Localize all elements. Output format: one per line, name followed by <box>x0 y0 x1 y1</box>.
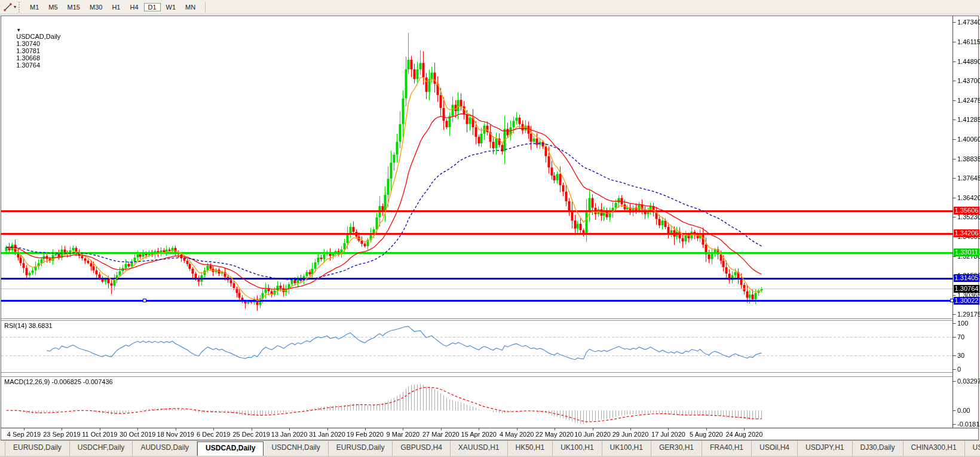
rsi-axis-label: 100 <box>957 320 968 327</box>
timeframe-button-h4[interactable]: H4 <box>125 3 142 11</box>
tab-xauusd-h1[interactable]: XAUUSD,H1 <box>451 441 508 456</box>
rsi-axis-label: 0 <box>957 366 961 373</box>
date-axis-label: 22 May 2020 <box>535 431 574 438</box>
timeframe-button-m30[interactable]: M30 <box>85 3 106 11</box>
date-axis-label: 31 Jan 2020 <box>309 431 345 438</box>
timeframe-button-m15[interactable]: M15 <box>63 3 84 11</box>
date-axis-label: 27 Mar 2020 <box>422 431 460 438</box>
timeframe-buttons: M1M5M15M30H1H4D1W1MN <box>25 1 200 13</box>
rsi-axis-label: 70 <box>957 333 964 341</box>
tab-ger30-h1[interactable]: GER30,H1 <box>651 441 702 456</box>
tab-uk100-h1[interactable]: UK100,H1 <box>602 441 651 456</box>
ohlc-open: 1.30740 <box>16 40 40 47</box>
date-axis-label: 5 Aug 2020 <box>690 431 723 438</box>
ohlc-close: 1.30764 <box>16 62 40 69</box>
timeframe-button-w1[interactable]: W1 <box>162 3 180 11</box>
pivot-line-badge: 1.33011 <box>954 249 979 256</box>
trendline-tool-icon[interactable] <box>2 2 14 13</box>
date-axis-label: 19 Feb 2020 <box>347 431 384 438</box>
price-axis-label: 1.37645 <box>957 174 980 182</box>
tab-eurusd-daily[interactable]: EURUSD,Daily <box>5 441 70 456</box>
symbol-tab-bar: EURUSD,DailyUSDCHF,DailyAUDUSD,DailyUSDC… <box>0 440 980 456</box>
tab-audusd-daily[interactable]: AUDUSD,Daily <box>133 441 197 456</box>
timeframe-button-m5[interactable]: M5 <box>44 3 62 11</box>
tab-usdjpy-h1[interactable]: USDJPY,H1 <box>798 441 852 456</box>
price-axis-label: 1.29175 <box>957 311 980 318</box>
macd-indicator-label: MACD(12,26,9) -0.006825 -0.007436 <box>4 378 113 385</box>
mt4-application: ▾ M1M5M15M30H1H4D1W1MN ▼ USDCAD,Daily 1.… <box>0 0 980 457</box>
bid-price-line-badge: 1.30764 <box>954 285 979 293</box>
price-axis-label: 1.41285 <box>957 116 980 123</box>
tab-dj30-daily[interactable]: DJ30,Daily <box>853 441 904 456</box>
date-axis-label: 24 Aug 2020 <box>725 431 762 438</box>
tab-usoil-h1[interactable]: USOil,H1 <box>965 441 980 456</box>
chevron-down-icon[interactable]: ▾ <box>14 4 16 10</box>
toolbar-separator <box>205 2 206 13</box>
rsi-indicator-label: RSI(14) 38.6831 <box>4 322 53 329</box>
chart-window: ▼ USDCAD,Daily 1.30740 1.30781 1.30668 1… <box>1 16 979 440</box>
date-axis-label: 10 Jun 2020 <box>574 431 611 438</box>
support-line-badge: 1.30022 <box>954 297 979 305</box>
chart-symbol: USDCAD,Daily <box>16 33 60 40</box>
rsi-axis-label: 30 <box>957 352 964 359</box>
price-axis-label: 1.36420 <box>957 194 980 201</box>
resistance-line-badge: 1.34206 <box>954 229 979 237</box>
price-axis-label: 1.38835 <box>957 155 980 162</box>
price-axis-label: 1.47340 <box>957 19 980 26</box>
date-axis-label: 23 Sep 2019 <box>43 431 80 438</box>
date-axis-label: 4 May 2020 <box>500 431 534 438</box>
line-handle[interactable] <box>950 299 954 302</box>
support-line-badge: 1.31405 <box>954 274 979 282</box>
macd-axis-label: -0.018154 <box>957 421 980 428</box>
ohlc-low: 1.30668 <box>16 54 40 62</box>
date-axis-label: 6 Dec 2019 <box>197 431 230 438</box>
tab-eurusd-daily[interactable]: EURUSD,Daily <box>329 441 393 456</box>
chart-title: ▼ USDCAD,Daily 1.30740 1.30781 1.30668 1… <box>5 19 63 76</box>
tab-hk50-h1[interactable]: HK50,H1 <box>508 441 553 456</box>
line-handle[interactable] <box>143 299 146 302</box>
macd-axis-label: 0.032972 <box>957 378 980 385</box>
tab-china300-h1[interactable]: CHINA300,H1 <box>904 441 965 456</box>
toolbar-grip[interactable] <box>19 2 22 13</box>
tab-usdcad-daily[interactable]: USDCAD,Daily <box>197 441 264 456</box>
price-axis-label: 1.46115 <box>957 38 980 45</box>
resistance-line-badge: 1.35606 <box>954 207 979 214</box>
timeframe-toolbar: ▾ M1M5M15M30H1H4D1W1MN <box>0 0 980 14</box>
ohlc-high: 1.30781 <box>16 47 40 54</box>
tab-fra40-h1[interactable]: FRA40,H1 <box>702 441 752 456</box>
symbol-tabs: EURUSD,DailyUSDCHF,DailyAUDUSD,DailyUSDC… <box>0 441 980 456</box>
price-axis-label: 1.42475 <box>957 97 980 104</box>
tab-gbpusd-h4[interactable]: GBPUSD,H4 <box>393 441 450 456</box>
tab-usoil-h4[interactable]: USOil,H4 <box>752 441 798 456</box>
price-chart-canvas[interactable] <box>1 16 978 434</box>
date-axis-label: 17 Jul 2020 <box>651 431 685 438</box>
date-axis-label: 15 Apr 2020 <box>461 431 497 438</box>
tab-usdcnh-daily[interactable]: USDCNH,Daily <box>264 441 328 456</box>
macd-axis-label: 0.00 <box>957 407 970 414</box>
tab-uk100-h1[interactable]: UK100,H1 <box>553 441 602 456</box>
date-axis-label: 29 Jun 2020 <box>612 431 649 438</box>
date-axis-label: 11 Oct 2019 <box>82 431 117 438</box>
date-axis-label: 25 Dec 2019 <box>232 431 270 438</box>
window-menu-triangle-icon[interactable]: ▼ <box>16 27 21 33</box>
date-axis-label: 13 Jan 2020 <box>271 431 308 438</box>
timeframe-button-h1[interactable]: H1 <box>108 3 124 11</box>
price-axis-label: 1.40060 <box>957 136 980 143</box>
date-axis-label: 30 Oct 2019 <box>120 431 155 438</box>
timeframe-button-d1[interactable]: D1 <box>144 3 161 11</box>
price-axis-label: 1.43700 <box>957 77 980 84</box>
timeframe-button-mn[interactable]: MN <box>181 3 200 11</box>
date-axis-label: 4 Sep 2019 <box>7 431 41 438</box>
date-axis-label: 9 Mar 2020 <box>387 431 420 438</box>
timeframe-button-m1[interactable]: M1 <box>26 3 43 11</box>
tab-usdchf-daily[interactable]: USDCHF,Daily <box>70 441 133 456</box>
price-axis-label: 1.44890 <box>957 58 980 65</box>
date-axis-label: 18 Nov 2019 <box>157 431 194 438</box>
